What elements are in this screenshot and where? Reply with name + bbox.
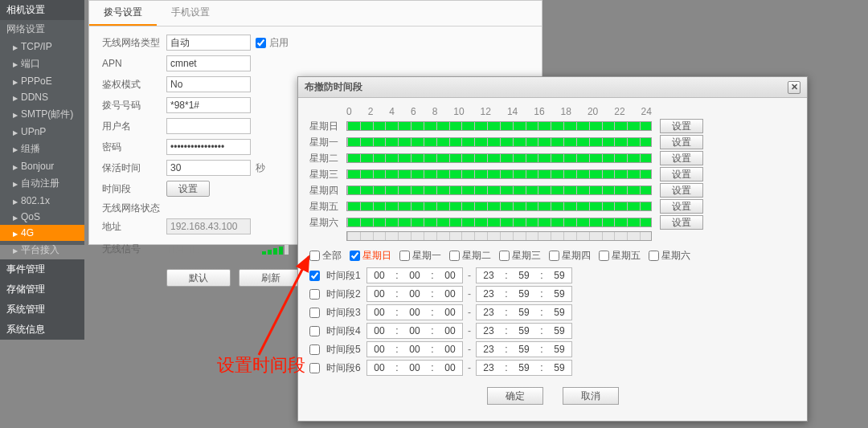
- schedule-set-button[interactable]: 设置: [660, 119, 703, 133]
- time-s[interactable]: 00: [443, 362, 457, 373]
- time-m[interactable]: 59: [517, 362, 531, 373]
- time-h[interactable]: 00: [372, 344, 387, 355]
- checkbox-day-6[interactable]: 星期六: [649, 249, 690, 263]
- button-refresh[interactable]: 刷新: [239, 269, 303, 287]
- time-h[interactable]: 23: [481, 325, 496, 336]
- schedule-bar[interactable]: [346, 153, 652, 163]
- nav-item-qos[interactable]: QoS: [0, 209, 84, 225]
- checkbox-day-3[interactable]: 星期三: [499, 249, 541, 263]
- button-period[interactable]: 设置: [166, 181, 210, 197]
- input-dial[interactable]: [166, 97, 251, 113]
- close-icon[interactable]: ✕: [788, 81, 800, 94]
- checkbox-all-days[interactable]: [309, 251, 320, 261]
- input-apn[interactable]: [166, 55, 251, 71]
- schedule-bar-extra[interactable]: [346, 231, 652, 241]
- time-s[interactable]: 59: [552, 344, 567, 355]
- time-row-checkbox[interactable]: [309, 289, 320, 300]
- time-h[interactable]: 00: [372, 307, 387, 318]
- checkbox-day-input-1[interactable]: [399, 251, 410, 261]
- checkbox-day-4[interactable]: 星期四: [549, 249, 591, 263]
- time-row-checkbox[interactable]: [309, 326, 320, 336]
- schedule-bar[interactable]: [346, 218, 652, 227]
- time-from-box[interactable]: 00:00:00: [366, 323, 463, 339]
- schedule-bar[interactable]: [346, 169, 652, 179]
- time-m[interactable]: 59: [517, 288, 531, 300]
- time-m[interactable]: 00: [407, 362, 422, 373]
- time-s[interactable]: 00: [443, 270, 457, 281]
- time-m[interactable]: 59: [517, 344, 531, 355]
- checkbox-day-1[interactable]: 星期一: [399, 249, 441, 263]
- time-s[interactable]: 59: [552, 362, 567, 373]
- nav-item-4g[interactable]: 4G: [0, 225, 84, 241]
- schedule-set-button[interactable]: 设置: [660, 151, 703, 165]
- schedule-set-button[interactable]: 设置: [660, 183, 703, 198]
- time-h[interactable]: 00: [372, 288, 387, 300]
- nav-section-sysinfo[interactable]: 系统信息: [0, 320, 84, 340]
- time-to-box[interactable]: 23:59:59: [476, 360, 572, 376]
- schedule-bar[interactable]: [346, 185, 652, 195]
- time-s[interactable]: 00: [443, 307, 457, 318]
- time-h[interactable]: 23: [481, 344, 496, 355]
- nav-item-平台接入[interactable]: 平台接入: [0, 241, 84, 259]
- nav-item-tcp/ip[interactable]: TCP/IP: [0, 39, 84, 55]
- schedule-set-button[interactable]: 设置: [660, 199, 703, 214]
- nav-item-自动注册[interactable]: 自动注册: [0, 174, 84, 193]
- schedule-set-button[interactable]: 设置: [660, 215, 703, 230]
- time-m[interactable]: 59: [517, 307, 531, 318]
- schedule-bar[interactable]: [346, 121, 652, 131]
- checkbox-day-input-2[interactable]: [449, 251, 460, 261]
- nav-section-network[interactable]: 网络设置: [0, 20, 84, 39]
- nav-item-upnp[interactable]: UPnP: [0, 124, 84, 140]
- nav-item-pppoe[interactable]: PPPoE: [0, 73, 84, 89]
- time-s[interactable]: 59: [552, 325, 567, 336]
- time-from-box[interactable]: 00:00:00: [366, 304, 463, 320]
- time-s[interactable]: 59: [552, 288, 567, 300]
- nav-item-bonjour[interactable]: Bonjour: [0, 158, 84, 174]
- time-from-box[interactable]: 00:00:00: [366, 286, 463, 302]
- time-from-box[interactable]: 00:00:00: [366, 360, 463, 376]
- input-keep[interactable]: [166, 160, 251, 176]
- time-m[interactable]: 59: [517, 270, 531, 281]
- time-h[interactable]: 23: [481, 307, 496, 318]
- time-m[interactable]: 00: [407, 270, 422, 281]
- time-s[interactable]: 00: [443, 325, 457, 336]
- button-default[interactable]: 默认: [166, 269, 231, 287]
- time-m[interactable]: 00: [407, 307, 422, 318]
- time-row-checkbox[interactable]: [309, 344, 320, 355]
- nav-item-组播[interactable]: 组播: [0, 140, 84, 158]
- time-to-box[interactable]: 23:59:59: [476, 341, 572, 357]
- time-from-box[interactable]: 00:00:00: [366, 267, 463, 283]
- time-s[interactable]: 00: [443, 344, 457, 355]
- time-h[interactable]: 23: [481, 362, 496, 373]
- schedule-bar[interactable]: [346, 137, 652, 147]
- input-pwd[interactable]: [166, 139, 251, 155]
- nav-item-802.1x[interactable]: 802.1x: [0, 193, 84, 209]
- checkbox-day-2[interactable]: 星期二: [449, 249, 491, 263]
- schedule-set-button[interactable]: 设置: [660, 135, 703, 149]
- select-net-type[interactable]: 自动: [166, 35, 251, 51]
- button-cancel[interactable]: 取消: [563, 387, 619, 405]
- nav-item-ddns[interactable]: DDNS: [0, 89, 84, 105]
- time-h[interactable]: 23: [481, 270, 496, 281]
- checkbox-day-input-5[interactable]: [599, 251, 609, 261]
- input-user[interactable]: [166, 118, 251, 134]
- checkbox-day-input-4[interactable]: [549, 251, 559, 261]
- time-m[interactable]: 59: [517, 325, 531, 336]
- checkbox-enable[interactable]: [256, 38, 266, 48]
- tab-phone[interactable]: 手机设置: [157, 1, 224, 26]
- time-s[interactable]: 00: [443, 288, 457, 300]
- time-row-checkbox[interactable]: [309, 308, 320, 318]
- nav-item-smtp(邮件)[interactable]: SMTP(邮件): [0, 105, 84, 124]
- checkbox-day-input-3[interactable]: [499, 251, 510, 261]
- time-row-checkbox[interactable]: [309, 271, 320, 281]
- time-m[interactable]: 00: [407, 344, 422, 355]
- time-to-box[interactable]: 23:59:59: [476, 304, 572, 320]
- schedule-bar[interactable]: [346, 202, 652, 211]
- nav-section-storage[interactable]: 存储管理: [0, 279, 84, 300]
- nav-item-端口[interactable]: 端口: [0, 55, 84, 73]
- time-h[interactable]: 00: [372, 362, 387, 373]
- time-h[interactable]: 00: [372, 270, 387, 281]
- time-s[interactable]: 59: [552, 307, 567, 318]
- time-to-box[interactable]: 23:59:59: [476, 267, 572, 283]
- time-row-checkbox[interactable]: [309, 363, 320, 373]
